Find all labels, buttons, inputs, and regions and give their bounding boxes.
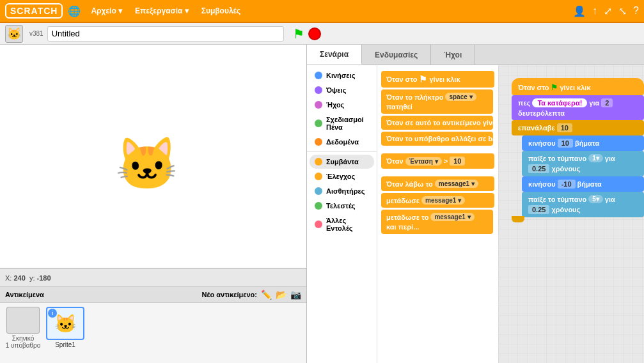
- cat-looks-dot: [315, 86, 322, 94]
- palette-broadcast-wait[interactable]: μετάδωσε το message1 ▾ και περί...: [381, 210, 493, 234]
- upload-sprite-btn[interactable]: 📂: [276, 290, 287, 300]
- main-script-stack: Όταν στο ⚑ γίνει κλικ πες Τα κατάφερα! γ…: [512, 78, 644, 222]
- move-neg-value[interactable]: -10: [558, 180, 576, 189]
- drum-duration-1[interactable]: 0.25: [528, 164, 549, 173]
- cat-sound-label: Ήχος: [326, 101, 344, 109]
- palette-when-sensor[interactable]: Όταν Ένταση ▾ > 10: [381, 153, 494, 169]
- cat-data-dot: [315, 138, 322, 146]
- cat-sensing-dot: [315, 187, 322, 195]
- camera-sprite-btn[interactable]: 📷: [290, 290, 301, 300]
- sprite1-thumb[interactable]: i 🐱: [46, 307, 84, 340]
- drum-selector-1[interactable]: 1▾: [588, 154, 603, 162]
- cat-events-dot: [315, 158, 322, 166]
- green-flag-button[interactable]: ⚑: [293, 26, 304, 42]
- palette-when-receive[interactable]: Όταν λάβω το message1 ▾: [381, 176, 494, 191]
- move-value[interactable]: 10: [558, 139, 573, 148]
- cat-pen[interactable]: Σχεδιασμοί Πένα: [310, 112, 374, 134]
- second-bar: 🐱 v381 ⚑: [0, 23, 644, 45]
- expand-icon[interactable]: ⤢: [604, 5, 612, 17]
- scratch-logo: SCRATCH: [5, 3, 63, 19]
- assembled-scripts: Όταν στο ⚑ γίνει κλικ πες Τα κατάφερα! γ…: [512, 78, 644, 222]
- palette-broadcast[interactable]: μετάδωσε message1 ▾: [381, 193, 494, 208]
- sprites-panel: Αντικείμενα Νέο αντικείμενο: ✏️ 📂 📷 Σκην…: [0, 286, 306, 363]
- play-drum-block-1[interactable]: παίξε το τύμπανο 1▾ για 0.25 χρόνους: [522, 151, 644, 176]
- move-neg-block[interactable]: κινήσου -10 βήματα: [522, 176, 644, 192]
- drum-selector-2[interactable]: 5▾: [588, 195, 603, 203]
- palette-when-sprite[interactable]: Όταν σε αυτό το αντικείμενο γίνε...: [381, 116, 493, 130]
- stage-thumb[interactable]: [6, 307, 40, 334]
- stage-canvas: 🐱: [0, 45, 306, 268]
- say-block[interactable]: πες Τα κατάφερα! για 2 δευτερόλεπτα: [512, 95, 644, 120]
- version-badge: v381: [29, 30, 43, 37]
- cat-more[interactable]: Άλλες Εντολές: [310, 213, 374, 235]
- stage-label: Σκηνικό 1 υπόβαθρο: [6, 335, 41, 349]
- menu-edit[interactable]: Επεξεργασία ▾: [130, 4, 194, 18]
- repeat-block[interactable]: επανάλαβε 10: [512, 120, 644, 135]
- top-nav: Αρχείο ▾ Επεξεργασία ▾ Συμβουλές: [86, 4, 246, 18]
- cat-motion-dot: [315, 72, 322, 79]
- stage-footer: X: 240 y: -180: [0, 268, 306, 286]
- new-sprite-label: Νέο αντικείμενο:: [202, 291, 257, 298]
- cat-looks-label: Όψεις: [326, 86, 346, 94]
- sprite-item-1[interactable]: i 🐱 Sprite1: [46, 307, 84, 359]
- tab-scripts[interactable]: Σενάρια: [307, 45, 362, 65]
- stage-item: Σκηνικό 1 υπόβαθρο: [4, 307, 42, 359]
- paint-sprite-btn[interactable]: ✏️: [261, 290, 272, 300]
- categories-panel: Κινήσεις Όψεις Ήχος Σχεδιασμοί Πένα Δεδο…: [307, 65, 377, 363]
- cat-more-dot: [315, 220, 322, 228]
- palette-when-flag[interactable]: Όταν στο ⚑ γίνει κλικ: [381, 71, 494, 88]
- menu-tips[interactable]: Συμβουλές: [196, 4, 246, 18]
- say-duration[interactable]: 2: [601, 98, 613, 107]
- drum-duration-2[interactable]: 0.25: [528, 205, 549, 214]
- repeat-cap: [512, 216, 524, 222]
- cat-looks[interactable]: Όψεις: [310, 83, 374, 97]
- repeat-value[interactable]: 10: [557, 123, 572, 132]
- globe-icon[interactable]: 🌐: [68, 5, 81, 17]
- cat-control-label: Έλεγχος: [326, 173, 355, 180]
- cat-sound-dot: [315, 101, 322, 109]
- cat-sensing-label: Αισθητήρες: [326, 187, 365, 195]
- new-sprite-controls: Νέο αντικείμενο: ✏️ 📂 📷: [202, 290, 301, 300]
- cat-pen-label: Σχεδιασμοί Πένα: [326, 116, 369, 131]
- cat-more-label: Άλλες Εντολές: [326, 217, 369, 232]
- blocks-palette: Όταν στο ⚑ γίνει κλικ Όταν το πλήκτρο sp…: [377, 65, 499, 363]
- sprites-header: Αντικείμενα Νέο αντικείμενο: ✏️ 📂 📷: [0, 287, 306, 303]
- cat-sensing[interactable]: Αισθητήρες: [310, 184, 374, 198]
- sprite1-label: Sprite1: [55, 341, 75, 348]
- when-flag-block[interactable]: Όταν στο ⚑ γίνει κλικ: [512, 78, 644, 95]
- stage-area: 🐱 X: 240 y: -180 Αντικείμενα Νέο αντικεί…: [0, 45, 307, 363]
- profile-icon[interactable]: 👤: [573, 5, 586, 17]
- main-area: 🐱 X: 240 y: -180 Αντικείμενα Νέο αντικεί…: [0, 45, 644, 363]
- upload-icon[interactable]: ↑: [592, 5, 597, 17]
- say-value[interactable]: Τα κατάφερα!: [532, 98, 587, 107]
- cat-sprite: 🐱: [115, 134, 179, 194]
- sprites-list: Σκηνικό 1 υπόβαθρο i 🐱 Sprite1: [0, 303, 306, 363]
- tab-sounds[interactable]: Ήχοι: [431, 45, 475, 65]
- move-block[interactable]: κινήσου 10 βήματα: [522, 135, 644, 151]
- cat-operators-dot: [315, 202, 322, 210]
- sprite-mini-thumb: 🐱: [5, 25, 23, 43]
- sprites-title: Αντικείμενα: [5, 291, 44, 298]
- cat-events[interactable]: Συμβάντα: [310, 155, 374, 169]
- menu-file[interactable]: Αρχείο ▾: [86, 4, 127, 18]
- sprite1-info-btn[interactable]: i: [48, 309, 57, 318]
- fullscreen-icon[interactable]: ⤡: [618, 5, 627, 17]
- palette-when-key[interactable]: Όταν το πλήκτρο space ▾ πατηθεί: [381, 89, 493, 114]
- play-drum-block-2[interactable]: παίξε το τύμπανο 5▾ για 0.25 χρόνους: [522, 192, 644, 217]
- tab-costumes[interactable]: Ενδυμασίες: [362, 45, 431, 65]
- palette-when-backdrop[interactable]: Όταν το υπόβαθρο αλλάξει σε ba...: [381, 132, 493, 146]
- project-name-input[interactable]: [47, 26, 284, 42]
- blocks-main: Κινήσεις Όψεις Ήχος Σχεδιασμοί Πένα Δεδο…: [307, 65, 644, 363]
- cat-sound[interactable]: Ήχος: [310, 98, 374, 112]
- cat-data[interactable]: Δεδομένα: [310, 135, 374, 149]
- cat-control[interactable]: Έλεγχος: [310, 169, 374, 183]
- cat-operators[interactable]: Τελεστές: [310, 199, 374, 213]
- scripts-area[interactable]: Όταν στο ⚑ γίνει κλικ πες Τα κατάφερα! γ…: [499, 65, 644, 363]
- stop-button[interactable]: [308, 27, 321, 40]
- cat-motion[interactable]: Κινήσεις: [310, 68, 374, 82]
- coord-x-label: X: 240: [5, 274, 26, 282]
- flag-in-block: ⚑: [551, 83, 558, 92]
- cat-events-label: Συμβάντα: [326, 158, 359, 166]
- blocks-area: Σενάρια Ενδυμασίες Ήχοι Κινήσεις Όψεις Ή…: [307, 45, 644, 363]
- help-icon[interactable]: ?: [633, 5, 639, 17]
